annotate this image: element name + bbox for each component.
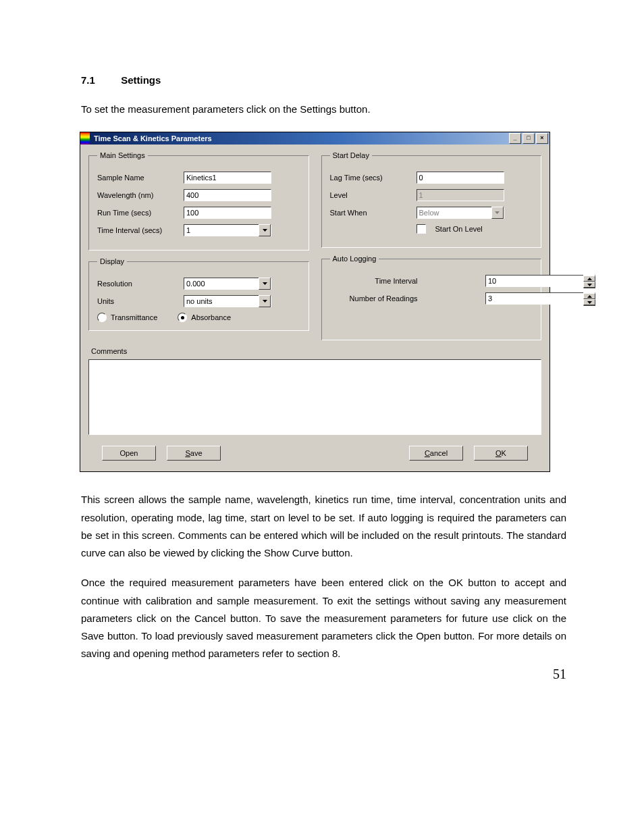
chevron-down-icon bbox=[259, 295, 271, 307]
absorbance-label: Absorbance bbox=[191, 313, 231, 321]
level-label: Level bbox=[330, 191, 411, 199]
resolution-select[interactable]: 0.000 bbox=[184, 278, 271, 290]
transmittance-label: Transmittance bbox=[111, 313, 157, 321]
open-button[interactable]: Open bbox=[102, 446, 156, 461]
log-time-interval-value[interactable] bbox=[485, 275, 583, 287]
start-when-value: Below bbox=[417, 208, 491, 217]
ok-button[interactable]: OK bbox=[474, 446, 528, 461]
level-input bbox=[417, 189, 504, 201]
app-icon bbox=[80, 132, 90, 145]
titlebar: Time Scan & Kinetics Parameters _ □ × bbox=[80, 132, 549, 145]
num-readings-label: Number of Readings bbox=[330, 294, 418, 303]
start-delay-group: Start Delay Lag Time (secs) Level Start … bbox=[321, 151, 542, 248]
parameters-dialog: Time Scan & Kinetics Parameters _ □ × Ma… bbox=[80, 132, 550, 472]
auto-logging-legend: Auto Logging bbox=[330, 255, 379, 263]
lag-time-label: Lag Time (secs) bbox=[330, 174, 411, 182]
paragraph-1: This screen allows the sample name, wave… bbox=[81, 491, 566, 562]
chevron-down-icon[interactable] bbox=[583, 282, 595, 288]
window-title: Time Scan & Kinetics Parameters bbox=[94, 134, 509, 142]
runtime-input[interactable] bbox=[184, 207, 271, 219]
resolution-label: Resolution bbox=[97, 280, 178, 288]
num-readings-value[interactable] bbox=[485, 292, 583, 305]
comments-legend: Comments bbox=[91, 347, 127, 355]
time-interval-label: Time Interval (secs) bbox=[97, 226, 178, 234]
comments-textarea[interactable] bbox=[88, 359, 541, 435]
chevron-down-icon bbox=[259, 224, 271, 236]
log-time-interval-label: Time Interval bbox=[330, 277, 418, 285]
paragraph-2: Once the required measurement parameters… bbox=[81, 574, 566, 662]
comments-group: Comments bbox=[88, 347, 541, 435]
main-settings-legend: Main Settings bbox=[97, 151, 148, 159]
start-on-level-label: Start On Level bbox=[435, 225, 483, 233]
units-label: Units bbox=[97, 297, 178, 305]
main-settings-group: Main Settings Sample Name Wavelength (nm… bbox=[88, 151, 309, 251]
wavelength-label: Wavelength (nm) bbox=[97, 191, 178, 199]
sample-name-label: Sample Name bbox=[97, 174, 178, 182]
resolution-value: 0.000 bbox=[184, 279, 259, 288]
display-group: Display Resolution 0.000 Units no units bbox=[88, 257, 309, 331]
chevron-up-icon[interactable] bbox=[583, 293, 595, 299]
display-legend: Display bbox=[97, 257, 127, 265]
start-when-label: Start When bbox=[330, 209, 411, 217]
maximize-icon[interactable]: □ bbox=[522, 133, 535, 144]
auto-logging-group: Auto Logging Time Interval bbox=[321, 255, 542, 340]
num-readings-spinner[interactable] bbox=[485, 292, 533, 305]
chevron-down-icon[interactable] bbox=[583, 299, 595, 305]
page-number: 51 bbox=[553, 667, 566, 682]
cancel-button[interactable]: Cancel bbox=[409, 446, 463, 461]
time-interval-value: 1 bbox=[184, 226, 259, 235]
chevron-up-icon[interactable] bbox=[583, 276, 595, 282]
start-on-level-checkbox[interactable] bbox=[417, 224, 426, 234]
section-heading: 7.1 Settings bbox=[81, 74, 566, 86]
start-when-select: Below bbox=[417, 207, 504, 219]
close-icon[interactable]: × bbox=[536, 133, 548, 144]
minimize-icon[interactable]: _ bbox=[509, 133, 521, 144]
chevron-down-icon bbox=[491, 207, 504, 219]
time-interval-select[interactable]: 1 bbox=[184, 224, 271, 236]
units-select[interactable]: no units bbox=[184, 295, 271, 307]
runtime-label: Run Time (secs) bbox=[97, 209, 178, 217]
chevron-down-icon bbox=[259, 278, 271, 290]
log-time-interval-spinner[interactable] bbox=[485, 275, 533, 287]
lag-time-input[interactable] bbox=[417, 172, 504, 184]
absorbance-radio[interactable]: Absorbance bbox=[178, 313, 231, 322]
units-value: no units bbox=[184, 296, 259, 306]
save-button[interactable]: Save bbox=[167, 446, 221, 461]
wavelength-input[interactable] bbox=[184, 189, 271, 201]
start-delay-legend: Start Delay bbox=[330, 151, 372, 159]
section-number: 7.1 bbox=[81, 74, 118, 86]
sample-name-input[interactable] bbox=[184, 172, 271, 184]
intro-text: To set the measurement parameters click … bbox=[81, 101, 566, 118]
section-title: Settings bbox=[121, 74, 161, 86]
transmittance-radio[interactable]: Transmittance bbox=[97, 313, 157, 322]
